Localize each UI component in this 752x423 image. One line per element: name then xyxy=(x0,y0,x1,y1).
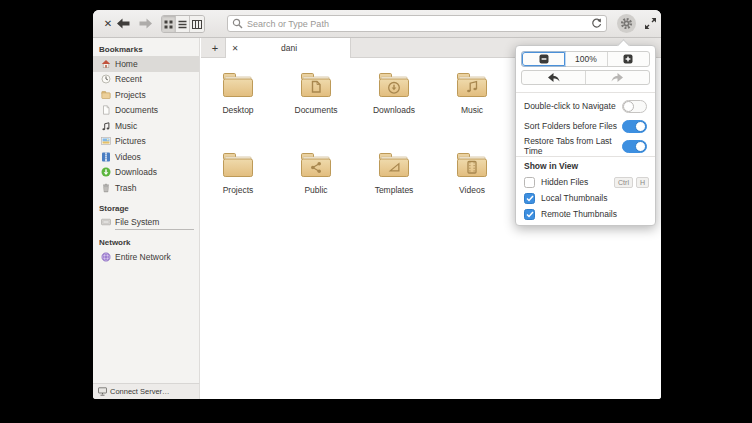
sidebar-item-label: Entire Network xyxy=(115,252,171,262)
folder-public-icon xyxy=(299,150,333,180)
folder-icon xyxy=(101,90,111,100)
menu-item-restore-tabs[interactable]: Restore Tabs from Last Time xyxy=(524,136,647,156)
sidebar-item-pictures[interactable]: Pictures xyxy=(93,134,199,150)
menu-item-local-thumbnails[interactable]: Local Thumbnails xyxy=(524,190,649,206)
sidebar-item-videos[interactable]: Videos xyxy=(93,149,199,165)
folder-music-icon xyxy=(455,70,489,100)
menu-item-label: Restore Tabs from Last Time xyxy=(524,136,622,156)
column-view-button[interactable] xyxy=(190,16,204,32)
sidebar-item-home[interactable]: Home xyxy=(93,56,199,72)
grid-view-icon xyxy=(164,20,173,29)
sidebar-section-bookmarks: Bookmarks xyxy=(93,43,199,56)
folder-videos[interactable]: Videos xyxy=(440,150,504,202)
remote-thumbnails-checkbox[interactable] xyxy=(524,209,535,220)
folder-label: Downloads xyxy=(362,105,426,115)
list-view-icon xyxy=(178,20,187,29)
sidebar: Bookmarks Home Recent Projects xyxy=(93,38,200,383)
zoom-in-icon xyxy=(623,54,633,64)
list-view-button[interactable] xyxy=(176,16,190,32)
menu-back-button[interactable] xyxy=(522,71,586,84)
folder-downloads[interactable]: Downloads xyxy=(362,70,426,122)
folder-label: Projects xyxy=(206,185,270,195)
grid-view-button[interactable] xyxy=(162,16,176,32)
connect-server-icon xyxy=(98,387,107,396)
sidebar-item-label: Music xyxy=(115,121,137,131)
clock-icon xyxy=(101,74,111,84)
tab-close-icon[interactable]: ✕ xyxy=(226,44,244,53)
folder-projects[interactable]: Projects xyxy=(206,150,270,202)
gear-icon xyxy=(620,17,633,30)
sidebar-item-entire-network[interactable]: Entire Network xyxy=(93,249,199,265)
back-arrow-icon[interactable] xyxy=(117,18,130,29)
sidebar-item-recent[interactable]: Recent xyxy=(93,72,199,88)
shortcut-key-ctrl: Ctrl xyxy=(614,177,633,188)
settings-popover: 100% Double-cli xyxy=(515,45,656,226)
refresh-icon[interactable] xyxy=(591,18,602,29)
check-icon xyxy=(526,195,534,202)
sidebar-item-label: Trash xyxy=(115,183,136,193)
window-close-button[interactable]: ✕ xyxy=(101,17,115,31)
menu-forward-button[interactable] xyxy=(586,71,649,84)
trash-icon xyxy=(101,183,111,193)
folder-label: Videos xyxy=(440,185,504,195)
folder-documents[interactable]: Documents xyxy=(284,70,348,122)
menu-separator xyxy=(516,156,655,157)
folder-icon xyxy=(221,70,255,100)
menu-item-remote-thumbnails[interactable]: Remote Thumbnails xyxy=(524,206,649,222)
sidebar-item-label: Videos xyxy=(115,152,141,162)
new-tab-button[interactable]: + xyxy=(205,38,225,58)
sidebar-item-label: Downloads xyxy=(115,167,157,177)
tab-label: dani xyxy=(244,43,350,53)
menu-item-sort-folders[interactable]: Sort Folders before Files xyxy=(524,116,647,136)
folder-public[interactable]: Public xyxy=(284,150,348,202)
menu-separator xyxy=(516,92,655,93)
tab-dani[interactable]: ✕ dani xyxy=(225,38,351,58)
zoom-out-button[interactable] xyxy=(522,52,565,66)
folder-downloads-icon xyxy=(377,70,411,100)
folder-desktop[interactable]: Desktop xyxy=(206,70,270,122)
menu-item-label: Double-click to Navigate xyxy=(524,101,622,111)
sidebar-item-file-system[interactable]: File System xyxy=(93,215,199,231)
sort-folders-toggle[interactable] xyxy=(622,120,647,133)
local-thumbnails-checkbox[interactable] xyxy=(524,193,535,204)
sidebar-item-documents[interactable]: Documents xyxy=(93,103,199,119)
sidebar-item-music[interactable]: Music xyxy=(93,118,199,134)
folder-templates[interactable]: Templates xyxy=(362,150,426,202)
sidebar-item-label: Home xyxy=(115,59,138,69)
forward-arrow-icon[interactable] xyxy=(139,18,152,29)
restore-tabs-toggle[interactable] xyxy=(622,140,647,153)
sidebar-item-trash[interactable]: Trash xyxy=(93,180,199,196)
sidebar-item-label: File System xyxy=(115,217,159,227)
menu-item-label: Hidden Files xyxy=(541,177,611,187)
view-switcher xyxy=(161,15,205,33)
settings-menu-button[interactable] xyxy=(617,14,636,33)
menu-item-label: Local Thumbnails xyxy=(541,193,649,203)
sidebar-item-label: Projects xyxy=(115,90,146,100)
zoom-out-icon xyxy=(539,54,549,64)
music-note-icon xyxy=(101,121,111,131)
search-placeholder: Search or Type Path xyxy=(247,19,591,29)
zoom-in-button[interactable] xyxy=(608,52,649,66)
search-icon xyxy=(232,18,243,29)
menu-item-hidden-files[interactable]: Hidden Files Ctrl H xyxy=(524,174,649,190)
sidebar-item-downloads[interactable]: Downloads xyxy=(93,165,199,181)
folder-label: Templates xyxy=(362,185,426,195)
menu-item-label: Remote Thumbnails xyxy=(541,209,649,219)
folder-label: Public xyxy=(284,185,348,195)
search-input[interactable]: Search or Type Path xyxy=(227,15,607,32)
sidebar-item-projects[interactable]: Projects xyxy=(93,87,199,103)
home-icon xyxy=(101,59,111,69)
sidebar-item-label: Pictures xyxy=(115,136,146,146)
menu-item-double-click[interactable]: Double-click to Navigate xyxy=(524,96,647,116)
connect-server-label: Connect Server… xyxy=(110,387,170,396)
connect-server-button[interactable]: Connect Server… xyxy=(93,383,200,399)
sidebar-item-label: Documents xyxy=(115,105,158,115)
folder-music[interactable]: Music xyxy=(440,70,504,122)
film-icon xyxy=(101,152,111,162)
download-circle-icon xyxy=(101,167,111,177)
double-click-toggle[interactable] xyxy=(622,100,647,113)
fullscreen-icon[interactable] xyxy=(644,17,657,30)
toolbar: ✕ xyxy=(93,10,661,38)
hidden-files-checkbox[interactable] xyxy=(524,177,535,188)
shortcut-key-h: H xyxy=(636,177,649,188)
